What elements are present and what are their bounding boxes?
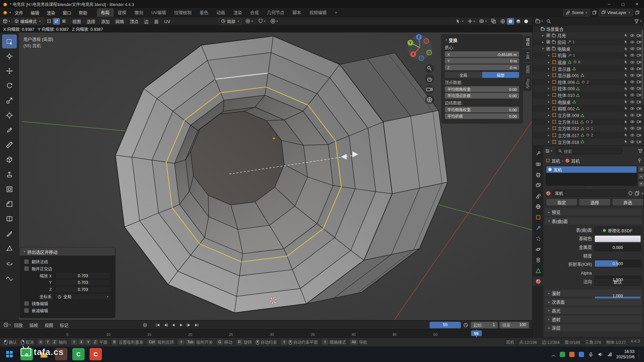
gizmo-neg-x[interactable] (424, 39, 429, 44)
measure-tool[interactable] (2, 138, 17, 152)
search-icon[interactable] (546, 19, 551, 24)
loop-cut-tool[interactable] (2, 212, 17, 226)
outliner-row[interactable]: ▸✓房间1 (533, 39, 644, 46)
operator-scale-row[interactable]: 缩放 X0.703 (24, 272, 111, 279)
collection-checkbox[interactable]: ✓ (546, 34, 550, 38)
gizmo-neg-y[interactable] (427, 50, 432, 55)
filter-icon[interactable] (634, 19, 639, 24)
timeline-menu[interactable]: 回放 (11, 322, 26, 328)
snap-toggle[interactable]: ▾ (257, 18, 267, 24)
selectability-icon[interactable] (624, 107, 628, 111)
sidebar-tab-工具[interactable]: 工具 (523, 49, 531, 62)
filter-icon[interactable] (638, 148, 643, 154)
outliner-row[interactable]: ▸显示器 (533, 65, 644, 72)
base-color-swatch[interactable] (594, 235, 641, 243)
sidebar-tab-项目[interactable]: 项目 (523, 36, 531, 49)
value-slider[interactable]: 0.000 (594, 244, 641, 251)
disable-render-icon[interactable] (637, 106, 641, 111)
viewport-menu[interactable]: 边 (141, 17, 151, 25)
viewport-menu[interactable]: 顶点 (127, 17, 141, 25)
bevel-tool[interactable] (2, 197, 17, 211)
topbar-menu[interactable]: 编辑 (27, 8, 43, 17)
speaker-icon[interactable] (597, 352, 603, 357)
hide-viewport-icon[interactable] (630, 93, 634, 97)
surface-panel-header[interactable]: ▾表(曲)面 (545, 218, 642, 225)
material-action-button[interactable]: 选择 (579, 198, 611, 206)
orientation-select[interactable]: 全局▾ (55, 293, 111, 300)
hide-viewport-icon[interactable] (630, 120, 634, 124)
proportional-edit-dropdown[interactable]: ▾ (269, 18, 279, 24)
material-slot-selected[interactable]: 耳机 (546, 166, 637, 173)
disclosure-closed-icon[interactable]: ▸ (541, 40, 545, 44)
disable-render-icon[interactable] (637, 86, 641, 90)
operator-orientation-row[interactable]: 坐标系全局▾ (24, 293, 111, 300)
properties-tab-material[interactable] (533, 277, 543, 286)
outliner-row[interactable]: ▸立方体.018 (533, 138, 644, 145)
operator-scale-row[interactable]: Z0.703 (24, 286, 111, 293)
selectability-icon[interactable] (624, 73, 628, 77)
operator-panel-header[interactable]: ▾ 挤出选区并移动 (20, 247, 115, 255)
checkbox[interactable] (24, 266, 29, 271)
collapsed-panel-header[interactable]: ▸高光 (545, 307, 642, 314)
playhead-frame-label[interactable]: 55 (471, 330, 482, 336)
disclosure-closed-icon[interactable]: ▸ (547, 100, 551, 104)
outliner-scrollbar[interactable] (642, 29, 643, 99)
hide-viewport-icon[interactable] (630, 73, 634, 77)
global-button[interactable]: 全局 (445, 72, 482, 78)
operator-scale-row[interactable]: Y0.703 (24, 279, 111, 286)
workspace-tab[interactable]: UV编辑 (147, 8, 170, 17)
topbar-menu[interactable]: 窗口 (59, 8, 75, 17)
spin-tool[interactable] (2, 256, 17, 270)
selectability-icon[interactable] (624, 67, 628, 71)
disable-render-icon[interactable] (637, 33, 641, 38)
disable-render-icon[interactable] (637, 139, 641, 144)
selectability-icon[interactable] (624, 100, 628, 104)
disable-render-icon[interactable] (637, 80, 641, 84)
properties-tab-modifiers[interactable] (533, 223, 543, 232)
extrude-region-tool[interactable] (2, 168, 17, 182)
add-slot-button[interactable]: + (638, 166, 644, 173)
material-name-field[interactable]: 耳机 (552, 190, 626, 197)
next-keyframe-button[interactable] (185, 321, 193, 328)
disclosure-closed-icon[interactable]: ▸ (547, 107, 551, 110)
checkbox[interactable] (24, 259, 29, 264)
selectability-icon[interactable] (624, 133, 628, 137)
hide-viewport-icon[interactable] (630, 53, 634, 57)
outliner-row[interactable]: ▸柱体.010 (533, 92, 644, 99)
hide-viewport-icon[interactable] (630, 33, 634, 38)
disable-render-icon[interactable] (637, 113, 641, 117)
sidebar-tab-Rigify[interactable]: Rigify (523, 76, 531, 91)
pan-hand-button[interactable] (425, 74, 434, 83)
operator-checkbox-row[interactable]: 镜像编辑 (24, 300, 111, 307)
local-button[interactable]: 局部 (482, 72, 519, 78)
pin-icon[interactable] (637, 158, 642, 163)
edge-data-field[interactable]: 平均倒角权重0.00 (445, 107, 519, 112)
vertex-select-button[interactable] (46, 18, 53, 24)
material-slot-list[interactable]: 耳机 (546, 166, 637, 186)
blender-menu-icon[interactable] (2, 10, 8, 15)
inset-faces-tool[interactable] (2, 182, 17, 196)
move-tool[interactable] (2, 64, 17, 78)
collection-checkbox[interactable]: ✓ (546, 40, 550, 44)
viewport-menu[interactable]: 网格 (113, 17, 127, 25)
orientation-dropdown[interactable]: 局部 ▾ (218, 17, 241, 25)
disclosure-closed-icon[interactable]: ▸ (547, 67, 551, 70)
jump-end-button[interactable] (193, 321, 200, 328)
hide-viewport-icon[interactable] (630, 113, 634, 117)
selectability-icon[interactable] (624, 120, 628, 124)
transform-tool[interactable] (2, 108, 17, 122)
viewport-menu[interactable]: 面 (151, 17, 161, 25)
remove-slot-button[interactable]: − (638, 173, 644, 180)
properties-tab-render[interactable] (533, 159, 543, 168)
shading-solid-button[interactable] (507, 18, 514, 24)
outliner-row[interactable]: ▸立方体.0121 (533, 125, 644, 132)
timeline-menu[interactable]: 标记 (56, 322, 71, 328)
outliner-row[interactable]: 场景集合 (533, 25, 644, 32)
hide-viewport-icon[interactable] (630, 40, 634, 44)
disable-render-icon[interactable] (637, 40, 641, 44)
editor-type-icon[interactable] (3, 322, 9, 327)
new-scene-icon[interactable] (592, 10, 596, 15)
disclosure-closed-icon[interactable]: ▸ (547, 140, 551, 143)
sidebar-tab-视图[interactable]: 视图 (523, 63, 531, 75)
timeline-menu[interactable]: 视图 (41, 322, 56, 328)
